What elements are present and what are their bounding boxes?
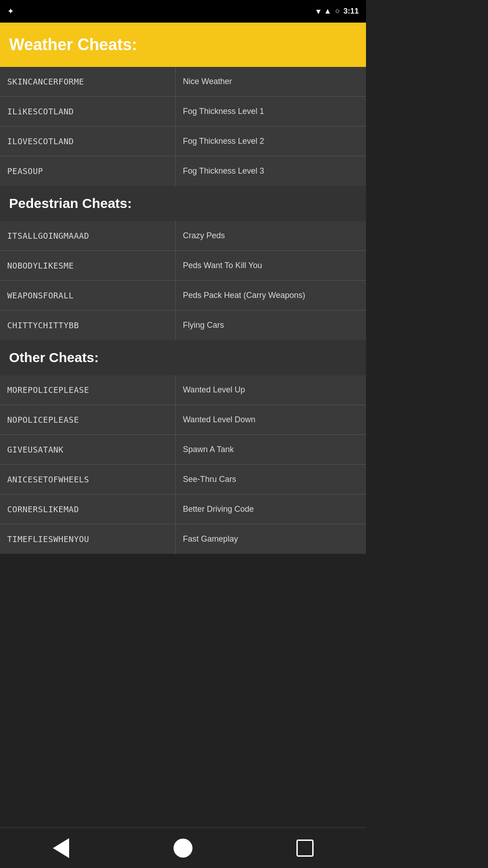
cheat-desc: Wanted Level Up (176, 375, 366, 405)
other-section-title: Other Cheats: (9, 350, 357, 365)
cheat-desc: Better Driving Code (176, 495, 366, 524)
other-cheats-table: MOREPOLICEPLEASE Wanted Level Up NOPOLIC… (0, 375, 366, 554)
status-bar: ✦ ▾ ▲ ○ 3:11 (0, 0, 366, 23)
cheat-code: ILiKESCOTLAND (0, 97, 176, 126)
cheat-code: NOBODYLIKESME (0, 251, 176, 280)
cheat-desc: Flying Cars (176, 311, 366, 340)
cheat-code: GIVEUSATANK (0, 435, 176, 464)
cheat-desc: Fog Thickness Level 3 (176, 156, 366, 186)
cheat-desc: Wanted Level Down (176, 405, 366, 434)
table-row: TIMEFLIESWHENYOU Fast Gameplay (0, 524, 366, 554)
back-button[interactable] (47, 835, 75, 862)
wifi-icon: ▾ (316, 7, 320, 16)
cheat-desc: Fog Thickness Level 1 (176, 97, 366, 126)
battery-icon: ○ (335, 7, 340, 16)
cheat-code: CORNERSLIKEMAD (0, 495, 176, 524)
table-row: PEASOUP Fog Thickness Level 3 (0, 156, 366, 186)
cheat-desc: Nice Weather (176, 67, 366, 96)
table-row: CORNERSLIKEMAD Better Driving Code (0, 495, 366, 524)
cheat-desc: Crazy Peds (176, 221, 366, 250)
cheat-code: ITSALLGOINGMAAAD (0, 221, 176, 250)
cheat-desc: Fast Gameplay (176, 524, 366, 554)
home-button[interactable] (169, 835, 197, 862)
table-row: ILiKESCOTLAND Fog Thickness Level 1 (0, 97, 366, 127)
table-row: NOBODYLIKESME Peds Want To Kill You (0, 251, 366, 281)
pedestrian-section-header: Pedestrian Cheats: (0, 186, 366, 221)
table-row: GIVEUSATANK Spawn A Tank (0, 435, 366, 465)
cheat-code: ILOVESCOTLAND (0, 127, 176, 156)
cheat-desc: See-Thru Cars (176, 465, 366, 494)
cheat-code: MOREPOLICEPLEASE (0, 375, 176, 405)
cheat-desc: Spawn A Tank (176, 435, 366, 464)
status-left: ✦ (7, 6, 14, 16)
back-icon (53, 838, 69, 858)
other-section-header: Other Cheats: (0, 340, 366, 375)
pedestrian-section-title: Pedestrian Cheats: (9, 196, 357, 211)
signal-icon: ▲ (324, 7, 332, 16)
page-title: Weather Cheats: (9, 35, 357, 54)
dots-icon: ✦ (7, 6, 14, 16)
table-row: WEAPONSFORALL Peds Pack Heat (Carry Weap… (0, 281, 366, 311)
time-display: 3:11 (343, 7, 359, 16)
cheat-code: SKINCANCERFORME (0, 67, 176, 96)
navigation-bar (0, 827, 366, 868)
table-row: CHITTYCHITTYBB Flying Cars (0, 311, 366, 340)
table-row: ANICESETOFWHEELS See-Thru Cars (0, 465, 366, 495)
status-right: ▾ ▲ ○ 3:11 (316, 7, 359, 16)
cheat-code: ANICESETOFWHEELS (0, 465, 176, 494)
weather-cheats-table: SKINCANCERFORME Nice Weather ILiKESCOTLA… (0, 67, 366, 186)
cheat-desc: Peds Want To Kill You (176, 251, 366, 280)
table-row: ILOVESCOTLAND Fog Thickness Level 2 (0, 127, 366, 156)
recents-icon (296, 840, 314, 857)
page-header: Weather Cheats: (0, 23, 366, 67)
table-row: NOPOLICEPLEASE Wanted Level Down (0, 405, 366, 435)
pedestrian-cheats-table: ITSALLGOINGMAAAD Crazy Peds NOBODYLIKESM… (0, 221, 366, 340)
cheat-code: TIMEFLIESWHENYOU (0, 524, 176, 554)
cheat-desc: Peds Pack Heat (Carry Weapons) (176, 281, 366, 310)
cheat-code: NOPOLICEPLEASE (0, 405, 176, 434)
home-icon (174, 839, 192, 858)
cheat-desc: Fog Thickness Level 2 (176, 127, 366, 156)
recents-button[interactable] (291, 835, 319, 862)
cheat-code: PEASOUP (0, 156, 176, 186)
table-row: ITSALLGOINGMAAAD Crazy Peds (0, 221, 366, 251)
cheat-code: WEAPONSFORALL (0, 281, 176, 310)
table-row: MOREPOLICEPLEASE Wanted Level Up (0, 375, 366, 405)
table-row: SKINCANCERFORME Nice Weather (0, 67, 366, 97)
cheat-code: CHITTYCHITTYBB (0, 311, 176, 340)
